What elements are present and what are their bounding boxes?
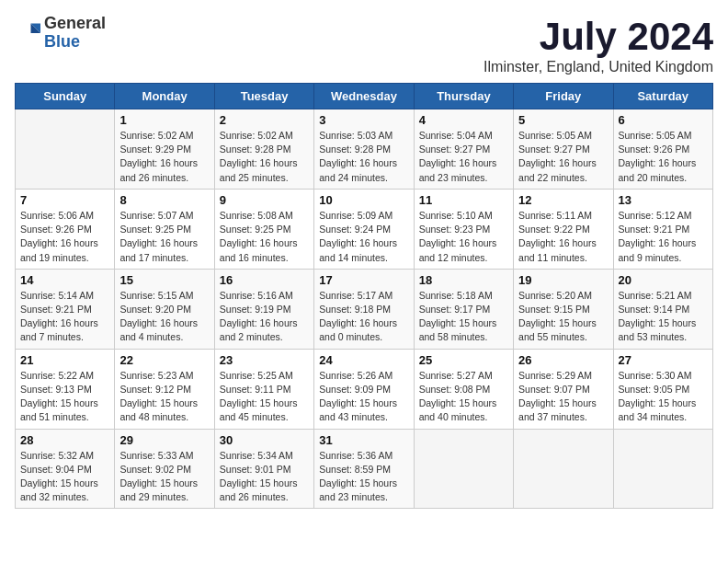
day-info: Sunrise: 5:25 AM Sunset: 9:11 PM Dayligh… bbox=[220, 369, 309, 425]
day-info: Sunrise: 5:02 AM Sunset: 9:29 PM Dayligh… bbox=[119, 129, 209, 185]
day-info: Sunrise: 5:05 AM Sunset: 9:26 PM Dayligh… bbox=[619, 129, 708, 185]
day-number: 20 bbox=[619, 273, 708, 287]
day-cell: 6Sunrise: 5:05 AM Sunset: 9:26 PM Daylig… bbox=[613, 109, 712, 190]
day-info: Sunrise: 5:11 AM Sunset: 9:22 PM Dayligh… bbox=[518, 209, 608, 265]
day-number: 25 bbox=[419, 353, 508, 367]
day-info: Sunrise: 5:16 AM Sunset: 9:19 PM Dayligh… bbox=[220, 289, 309, 345]
day-info: Sunrise: 5:14 AM Sunset: 9:21 PM Dayligh… bbox=[20, 289, 109, 345]
day-number: 7 bbox=[20, 193, 109, 207]
day-cell: 31Sunrise: 5:36 AM Sunset: 8:59 PM Dayli… bbox=[314, 429, 414, 509]
day-cell: 30Sunrise: 5:34 AM Sunset: 9:01 PM Dayli… bbox=[214, 429, 313, 509]
calendar-table: SundayMondayTuesdayWednesdayThursdayFrid… bbox=[15, 83, 713, 509]
day-number: 21 bbox=[20, 353, 109, 367]
day-cell: 12Sunrise: 5:11 AM Sunset: 9:22 PM Dayli… bbox=[514, 189, 613, 269]
day-number: 15 bbox=[119, 273, 209, 287]
logo: General Blue bbox=[15, 15, 106, 52]
day-cell: 7Sunrise: 5:06 AM Sunset: 9:26 PM Daylig… bbox=[16, 189, 115, 269]
title-area: July 2024 Ilminster, England, United Kin… bbox=[483, 15, 713, 75]
day-number: 29 bbox=[119, 433, 209, 447]
day-number: 4 bbox=[419, 113, 508, 127]
week-row-3: 14Sunrise: 5:14 AM Sunset: 9:21 PM Dayli… bbox=[16, 269, 713, 349]
day-info: Sunrise: 5:18 AM Sunset: 9:17 PM Dayligh… bbox=[419, 289, 508, 345]
week-row-2: 7Sunrise: 5:06 AM Sunset: 9:26 PM Daylig… bbox=[16, 189, 713, 269]
day-number: 10 bbox=[319, 193, 408, 207]
week-row-5: 28Sunrise: 5:32 AM Sunset: 9:04 PM Dayli… bbox=[16, 429, 713, 509]
day-info: Sunrise: 5:12 AM Sunset: 9:21 PM Dayligh… bbox=[619, 209, 708, 265]
day-cell: 5Sunrise: 5:05 AM Sunset: 9:27 PM Daylig… bbox=[514, 109, 613, 190]
day-number: 30 bbox=[220, 433, 309, 447]
header-thursday: Thursday bbox=[414, 84, 513, 109]
day-number: 8 bbox=[119, 193, 209, 207]
logo-blue-text: Blue bbox=[44, 33, 106, 52]
day-number: 22 bbox=[119, 353, 209, 367]
day-cell: 20Sunrise: 5:21 AM Sunset: 9:14 PM Dayli… bbox=[613, 269, 712, 349]
day-cell: 29Sunrise: 5:33 AM Sunset: 9:02 PM Dayli… bbox=[115, 429, 214, 509]
day-cell: 24Sunrise: 5:26 AM Sunset: 9:09 PM Dayli… bbox=[314, 349, 414, 429]
day-number: 28 bbox=[20, 433, 109, 447]
header: General Blue July 2024 Ilminster, Englan… bbox=[15, 15, 713, 75]
day-cell: 10Sunrise: 5:09 AM Sunset: 9:24 PM Dayli… bbox=[314, 189, 414, 269]
day-info: Sunrise: 5:03 AM Sunset: 9:28 PM Dayligh… bbox=[319, 129, 408, 185]
day-number: 12 bbox=[518, 193, 608, 207]
day-cell: 3Sunrise: 5:03 AM Sunset: 9:28 PM Daylig… bbox=[314, 109, 414, 190]
day-cell bbox=[16, 109, 115, 190]
header-row: SundayMondayTuesdayWednesdayThursdayFrid… bbox=[16, 84, 713, 109]
day-number: 26 bbox=[518, 353, 608, 367]
calendar-body: 1Sunrise: 5:02 AM Sunset: 9:29 PM Daylig… bbox=[16, 109, 713, 509]
day-number: 9 bbox=[220, 193, 309, 207]
calendar-header: SundayMondayTuesdayWednesdayThursdayFrid… bbox=[16, 84, 713, 109]
day-info: Sunrise: 5:23 AM Sunset: 9:12 PM Dayligh… bbox=[119, 369, 209, 425]
day-cell: 8Sunrise: 5:07 AM Sunset: 9:25 PM Daylig… bbox=[115, 189, 214, 269]
week-row-4: 21Sunrise: 5:22 AM Sunset: 9:13 PM Dayli… bbox=[16, 349, 713, 429]
day-cell: 23Sunrise: 5:25 AM Sunset: 9:11 PM Dayli… bbox=[214, 349, 313, 429]
day-cell: 1Sunrise: 5:02 AM Sunset: 9:29 PM Daylig… bbox=[115, 109, 214, 190]
day-info: Sunrise: 5:30 AM Sunset: 9:05 PM Dayligh… bbox=[619, 369, 708, 425]
day-cell: 28Sunrise: 5:32 AM Sunset: 9:04 PM Dayli… bbox=[16, 429, 115, 509]
day-info: Sunrise: 5:08 AM Sunset: 9:25 PM Dayligh… bbox=[220, 209, 309, 265]
day-cell: 17Sunrise: 5:17 AM Sunset: 9:18 PM Dayli… bbox=[314, 269, 414, 349]
day-cell bbox=[514, 429, 613, 509]
header-sunday: Sunday bbox=[16, 84, 115, 109]
logo-icon bbox=[15, 20, 40, 46]
day-info: Sunrise: 5:27 AM Sunset: 9:08 PM Dayligh… bbox=[419, 369, 508, 425]
day-info: Sunrise: 5:26 AM Sunset: 9:09 PM Dayligh… bbox=[319, 369, 408, 425]
day-info: Sunrise: 5:17 AM Sunset: 9:18 PM Dayligh… bbox=[319, 289, 408, 345]
day-cell: 16Sunrise: 5:16 AM Sunset: 9:19 PM Dayli… bbox=[214, 269, 313, 349]
day-number: 2 bbox=[220, 113, 309, 127]
day-cell: 15Sunrise: 5:15 AM Sunset: 9:20 PM Dayli… bbox=[115, 269, 214, 349]
day-number: 11 bbox=[419, 193, 508, 207]
day-info: Sunrise: 5:07 AM Sunset: 9:25 PM Dayligh… bbox=[119, 209, 209, 265]
day-cell: 27Sunrise: 5:30 AM Sunset: 9:05 PM Dayli… bbox=[613, 349, 712, 429]
day-cell: 2Sunrise: 5:02 AM Sunset: 9:28 PM Daylig… bbox=[214, 109, 313, 190]
header-friday: Friday bbox=[514, 84, 613, 109]
day-number: 3 bbox=[319, 113, 408, 127]
main-title: July 2024 bbox=[483, 15, 713, 59]
day-cell: 19Sunrise: 5:20 AM Sunset: 9:15 PM Dayli… bbox=[514, 269, 613, 349]
day-number: 27 bbox=[619, 353, 708, 367]
header-tuesday: Tuesday bbox=[214, 84, 313, 109]
day-number: 1 bbox=[119, 113, 209, 127]
day-cell: 14Sunrise: 5:14 AM Sunset: 9:21 PM Dayli… bbox=[16, 269, 115, 349]
day-number: 5 bbox=[518, 113, 608, 127]
header-monday: Monday bbox=[115, 84, 214, 109]
day-cell bbox=[414, 429, 513, 509]
day-info: Sunrise: 5:32 AM Sunset: 9:04 PM Dayligh… bbox=[20, 449, 109, 505]
day-info: Sunrise: 5:05 AM Sunset: 9:27 PM Dayligh… bbox=[518, 129, 608, 185]
day-info: Sunrise: 5:34 AM Sunset: 9:01 PM Dayligh… bbox=[220, 449, 309, 505]
day-info: Sunrise: 5:36 AM Sunset: 8:59 PM Dayligh… bbox=[319, 449, 408, 505]
day-number: 19 bbox=[518, 273, 608, 287]
day-info: Sunrise: 5:29 AM Sunset: 9:07 PM Dayligh… bbox=[518, 369, 608, 425]
header-wednesday: Wednesday bbox=[314, 84, 414, 109]
day-info: Sunrise: 5:02 AM Sunset: 9:28 PM Dayligh… bbox=[220, 129, 309, 185]
day-info: Sunrise: 5:20 AM Sunset: 9:15 PM Dayligh… bbox=[518, 289, 608, 345]
day-number: 6 bbox=[619, 113, 708, 127]
day-cell: 26Sunrise: 5:29 AM Sunset: 9:07 PM Dayli… bbox=[514, 349, 613, 429]
day-cell: 13Sunrise: 5:12 AM Sunset: 9:21 PM Dayli… bbox=[613, 189, 712, 269]
day-info: Sunrise: 5:33 AM Sunset: 9:02 PM Dayligh… bbox=[119, 449, 209, 505]
day-info: Sunrise: 5:22 AM Sunset: 9:13 PM Dayligh… bbox=[20, 369, 109, 425]
subtitle: Ilminster, England, United Kingdom bbox=[483, 59, 713, 75]
day-cell: 4Sunrise: 5:04 AM Sunset: 9:27 PM Daylig… bbox=[414, 109, 513, 190]
day-number: 18 bbox=[419, 273, 508, 287]
day-number: 24 bbox=[319, 353, 408, 367]
day-number: 16 bbox=[220, 273, 309, 287]
